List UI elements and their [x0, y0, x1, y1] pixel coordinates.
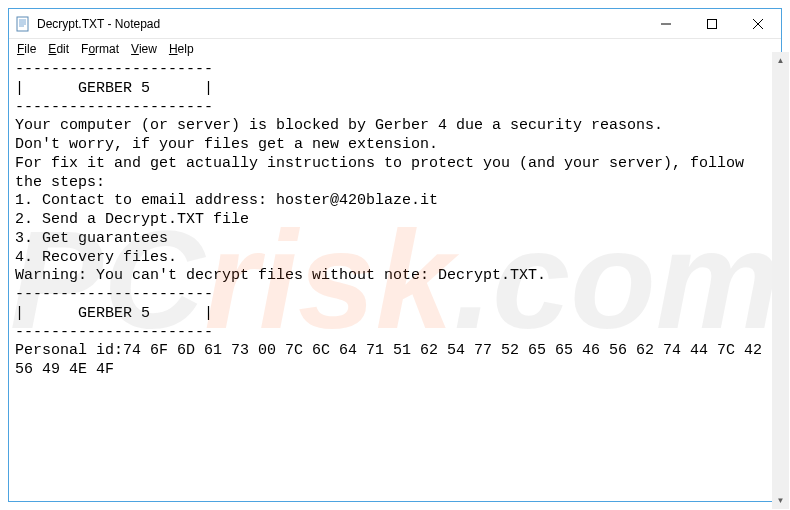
menu-edit[interactable]: Edit	[42, 41, 75, 57]
text-area[interactable]: PCrisk.com ---------------------- | GERB…	[9, 59, 781, 501]
menu-format[interactable]: Format	[75, 41, 125, 57]
menu-help[interactable]: Help	[163, 41, 200, 57]
notepad-icon	[15, 16, 31, 32]
svg-rect-6	[708, 19, 717, 28]
document-content[interactable]: ---------------------- | GERBER 5 | ----…	[15, 61, 775, 380]
notepad-window: Decrypt.TXT - Notepad File Edit Format V…	[8, 8, 782, 502]
menu-file[interactable]: File	[11, 41, 42, 57]
minimize-button[interactable]	[643, 9, 689, 38]
titlebar[interactable]: Decrypt.TXT - Notepad	[9, 9, 781, 39]
window-title: Decrypt.TXT - Notepad	[37, 17, 643, 31]
menu-view[interactable]: View	[125, 41, 163, 57]
scroll-track[interactable]	[772, 69, 789, 492]
close-button[interactable]	[735, 9, 781, 38]
maximize-button[interactable]	[689, 9, 735, 38]
vertical-scrollbar[interactable]: ▲ ▼	[772, 52, 789, 509]
menubar: File Edit Format View Help	[9, 39, 781, 59]
window-controls	[643, 9, 781, 38]
scroll-down-arrow[interactable]: ▼	[772, 492, 789, 509]
scroll-up-arrow[interactable]: ▲	[772, 52, 789, 69]
